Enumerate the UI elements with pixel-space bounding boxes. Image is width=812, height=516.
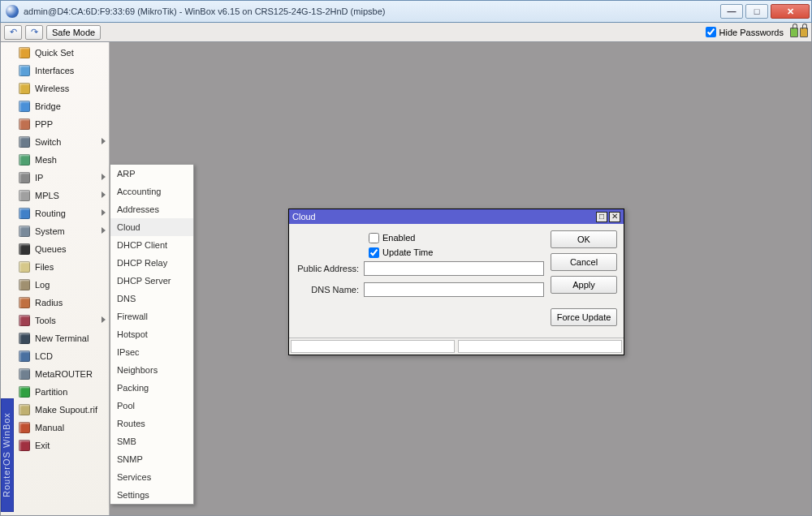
sidebar-item-lcd[interactable]: LCD [15, 347, 109, 365]
manual-icon [19, 422, 30, 433]
sidebar-item-label: Interfaces [35, 66, 74, 75]
sidebar-item-label: PPP [35, 119, 53, 129]
cancel-button[interactable]: Cancel [551, 253, 617, 271]
sidebar-item-partition[interactable]: Partition [15, 383, 109, 401]
dialog-titlebar[interactable]: Cloud □ ✕ [289, 209, 624, 224]
switch-icon [19, 136, 30, 148]
sidebar-item-log[interactable]: Log [15, 276, 109, 294]
sidebar-item-ip[interactable]: IP [15, 169, 109, 187]
dialog-maximize-button[interactable]: □ [596, 212, 607, 222]
dialog-close-button[interactable]: ✕ [609, 212, 620, 222]
public-address-input[interactable] [364, 261, 544, 276]
sidebar-item-label: Tools [35, 316, 56, 325]
undo-button[interactable]: ↶ [4, 25, 22, 40]
force-update-button[interactable]: Force Update [551, 308, 617, 326]
sidebar-item-quick-set[interactable]: Quick Set [15, 44, 109, 62]
submenu-item-label: ARP [117, 169, 136, 178]
app-body: RouterOS WinBox Quick SetInterfacesWirel… [0, 42, 812, 516]
log-icon [19, 279, 30, 290]
toolbar: ↶ ↷ Safe Mode Hide Passwords [0, 23, 812, 42]
sidebar-item-radius[interactable]: Radius [15, 294, 109, 312]
submenu-item-hotspot[interactable]: Hotspot [110, 325, 193, 343]
submenu-item-arp[interactable]: ARP [110, 165, 193, 183]
sidebar-item-make-supout-rif[interactable]: Make Supout.rif [15, 401, 109, 419]
sidebar-brand-label: RouterOS WinBox [1, 398, 14, 512]
dns-name-input[interactable] [364, 282, 544, 297]
sidebar-item-queues[interactable]: Queues [15, 240, 109, 258]
submenu-item-addresses[interactable]: Addresses [110, 200, 193, 218]
enabled-checkbox[interactable] [369, 233, 379, 243]
sidebar-item-interfaces[interactable]: Interfaces [15, 62, 109, 80]
submenu-item-accounting[interactable]: Accounting [110, 183, 193, 200]
update-time-checkbox[interactable] [369, 247, 379, 258]
submenu-item-smb[interactable]: SMB [110, 432, 193, 450]
sidebar-item-files[interactable]: Files [15, 258, 109, 276]
ok-button[interactable]: OK [551, 230, 617, 248]
sidebar-item-label: LCD [35, 351, 53, 361]
submenu-arrow-icon [102, 138, 106, 144]
submenu-item-cloud[interactable]: Cloud [110, 218, 193, 236]
sidebar-item-label: IP [35, 173, 43, 183]
exit-icon [19, 440, 30, 451]
submenu-item-dhcp-relay[interactable]: DHCP Relay [110, 254, 193, 272]
submenu-item-label: IPsec [117, 347, 140, 357]
submenu-item-snmp[interactable]: SNMP [110, 450, 193, 468]
sidebar-item-manual[interactable]: Manual [15, 419, 109, 436]
submenu-item-dhcp-server[interactable]: DHCP Server [110, 272, 193, 290]
sidebar-item-new-terminal[interactable]: New Terminal [15, 329, 109, 347]
sidebar-item-exit[interactable]: Exit [15, 436, 109, 454]
hide-passwords-checkbox[interactable] [706, 27, 716, 37]
sidebar-item-label: Radius [35, 298, 63, 307]
submenu-item-neighbors[interactable]: Neighbors [110, 361, 193, 379]
redo-icon: ↷ [31, 27, 38, 37]
submenu-item-firewall[interactable]: Firewall [110, 307, 193, 325]
wand-icon [19, 47, 30, 58]
sidebar-item-label: Files [35, 262, 54, 272]
submenu-item-label: Addresses [117, 204, 159, 214]
submenu-item-label: Hotspot [117, 329, 148, 339]
submenu-item-ipsec[interactable]: IPsec [110, 343, 193, 361]
apply-button[interactable]: Apply [551, 276, 617, 294]
sidebar-item-ppp[interactable]: PPP [15, 115, 109, 133]
submenu-item-packing[interactable]: Packing [110, 379, 193, 397]
sidebar-item-tools[interactable]: Tools [15, 312, 109, 329]
sidebar-item-switch[interactable]: Switch [15, 133, 109, 151]
status-cell-right [458, 340, 622, 353]
submenu-item-settings[interactable]: Settings [110, 486, 193, 504]
submenu-arrow-icon [102, 174, 106, 180]
safe-mode-button[interactable]: Safe Mode [46, 25, 101, 40]
public-address-label: Public Address: [296, 264, 364, 273]
submenu-item-label: DHCP Server [117, 276, 171, 286]
sidebar-item-metarouter[interactable]: MetaROUTER [15, 365, 109, 383]
redo-button[interactable]: ↷ [25, 25, 43, 40]
lcd-icon [19, 350, 30, 362]
app-icon [6, 5, 19, 18]
sidebar-item-routing[interactable]: Routing [15, 204, 109, 222]
close-button[interactable]: ✕ [771, 4, 810, 19]
submenu-item-dns[interactable]: DNS [110, 290, 193, 307]
terminal-icon [19, 333, 30, 344]
submenu-item-services[interactable]: Services [110, 468, 193, 486]
submenu-item-label: SMB [117, 436, 136, 446]
submenu-item-routes[interactable]: Routes [110, 415, 193, 432]
submenu-item-label: Services [117, 472, 151, 482]
submenu-item-label: Routes [117, 419, 145, 428]
submenu-item-pool[interactable]: Pool [110, 397, 193, 415]
sidebar-item-label: MetaROUTER [35, 369, 93, 379]
sidebar-item-bridge[interactable]: Bridge [15, 97, 109, 115]
dialog-status-bar [289, 338, 624, 355]
sidebar-item-system[interactable]: System [15, 222, 109, 240]
maximize-button[interactable]: □ [745, 4, 768, 19]
submenu-arrow-icon [102, 227, 106, 234]
sidebar-item-label: New Terminal [35, 333, 89, 343]
hide-passwords-toggle[interactable]: Hide Passwords [706, 27, 784, 37]
sidebar-item-mesh[interactable]: Mesh [15, 151, 109, 169]
enabled-label: Enabled [382, 233, 415, 243]
sidebar-item-mpls[interactable]: MPLS [15, 187, 109, 204]
minimize-button[interactable]: — [720, 4, 743, 19]
submenu-item-label: Firewall [117, 312, 148, 321]
submenu-item-label: SNMP [117, 454, 143, 464]
submenu-item-dhcp-client[interactable]: DHCP Client [110, 236, 193, 254]
sidebar-item-label: Log [35, 280, 50, 290]
sidebar-item-wireless[interactable]: Wireless [15, 80, 109, 97]
